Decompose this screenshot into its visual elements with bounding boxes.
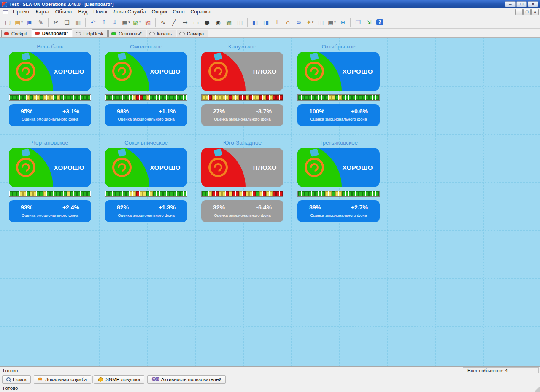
tab-cockpit[interactable]: Cockpit <box>1 30 31 37</box>
chart-view-button[interactable]: ▧▾ <box>132 17 142 27</box>
edit-button[interactable]: ✎ <box>35 17 46 27</box>
history-segment <box>157 191 159 196</box>
menu-bar: Проект Карта Объект Вид Поиск ЛокалСлужб… <box>0 8 540 16</box>
undo-button[interactable]: ↶ <box>88 17 98 27</box>
dashboard-widget[interactable]: Чертановское ХОРОШО 93%+2.4% Оценка эмоц… <box>9 138 91 222</box>
dashboard-widget[interactable]: Третьяковское ХОРОШО 89%+2.7% Оценка эмо… <box>297 138 380 222</box>
draw-ellipse-button[interactable]: ◉ <box>213 17 223 27</box>
history-segment <box>143 95 146 100</box>
save-button[interactable]: ▣ <box>24 17 35 27</box>
menu-item-help[interactable]: Справка <box>188 8 213 16</box>
undo-icon: ↶ <box>91 19 96 25</box>
minimize-button[interactable]: ─ <box>505 1 516 7</box>
tab-kazan[interactable]: Казань <box>147 30 176 37</box>
tab-osnovnaya[interactable]: Основная* <box>108 30 146 37</box>
mdi-restore-button[interactable]: ❐ <box>523 9 531 15</box>
tab-helpdesk[interactable]: HelpDesk <box>73 30 108 37</box>
paste-button[interactable]: ▥ <box>73 17 83 27</box>
objects-count-label: Всего объектов: 4 <box>463 367 539 373</box>
export-button[interactable]: ⇲ <box>364 17 374 27</box>
close-button[interactable]: ✕ <box>528 1 538 7</box>
draw-curve-button[interactable]: ∿ <box>158 17 168 27</box>
mdi-close-button[interactable]: ✕ <box>531 9 539 15</box>
metric-caption: Оценка эмоционального фона <box>297 213 380 217</box>
tab-status-icon <box>35 32 40 35</box>
menu-item-project[interactable]: Проект <box>10 8 33 16</box>
tab-dashboard[interactable]: Dashboard* <box>32 29 73 37</box>
dashboard-widget[interactable]: Весь банк ХОРОШО 95%+3.1% Оценка эмоцион… <box>9 42 91 126</box>
window-new-button[interactable]: ❒ <box>353 17 363 27</box>
link-button[interactable]: ∞ <box>294 17 304 27</box>
history-segment <box>30 95 33 100</box>
globe-button[interactable]: ⊕ <box>338 17 348 27</box>
text-tool-button[interactable]: I <box>272 17 282 27</box>
resize-grip[interactable] <box>535 387 540 392</box>
dashboard-widget[interactable]: Октябрьское ХОРОШО 100%+0.6% Оценка эмоц… <box>297 42 380 126</box>
status-label: ХОРОШО <box>343 164 373 171</box>
mdi-minimize-button[interactable]: ─ <box>515 9 523 15</box>
history-segment <box>119 95 122 100</box>
dashboard-widget[interactable]: Смоленское ХОРОШО 98%+1.1% Оценка эмоцио… <box>105 42 187 126</box>
insert-screen-button[interactable]: ◫ <box>235 17 245 27</box>
dashboard-widget[interactable]: Юго-Западное ПЛОХО 32%-6.4% Оценка эмоци… <box>201 138 284 222</box>
draw-arrow-icon: → <box>183 19 188 25</box>
home-button[interactable]: ⌂ <box>283 17 293 27</box>
menu-item-object[interactable]: Объект <box>52 8 76 16</box>
dashboard-widget[interactable]: Сокольническое ХОРОШО 82%+1.3% Оценка эм… <box>105 138 187 222</box>
maximize-button[interactable]: ❐ <box>516 1 527 7</box>
table-view-button[interactable]: ▦▾ <box>121 17 131 27</box>
delta-label: +2.7% <box>351 204 368 211</box>
grid-view-button[interactable]: ▦▾ <box>327 17 337 27</box>
menu-item-search[interactable]: Поиск <box>90 8 110 16</box>
history-segment <box>113 191 116 196</box>
toolbar-separator <box>85 18 86 27</box>
draw-circle-button[interactable]: ● <box>202 17 212 27</box>
history-segment <box>319 95 321 100</box>
delta-label: -6.4% <box>256 204 272 211</box>
tab-samara[interactable]: Самара <box>177 30 208 37</box>
menu-item-view[interactable]: Вид <box>76 8 91 16</box>
widget-title: Октябрьское <box>297 42 380 52</box>
move-up-button[interactable]: ↑ <box>99 17 109 27</box>
local-service-panel-button[interactable]: ✱ Локальная служба <box>34 375 91 384</box>
user-activity-panel-button[interactable]: ☻☻ Активность пользователей <box>147 375 226 384</box>
value-label: 27% <box>213 108 225 115</box>
bulb-icon <box>305 62 324 81</box>
menu-item-options[interactable]: Опции <box>148 8 170 16</box>
widget-title: Калужское <box>201 42 284 52</box>
menu-item-local-service[interactable]: ЛокалСлужба <box>111 8 149 16</box>
copy-button[interactable]: ❏ <box>62 17 72 27</box>
metric-panel: 82%+1.3% Оценка эмоционального фона <box>105 200 187 222</box>
help-icon: ? <box>376 19 383 25</box>
help-button[interactable]: ? <box>375 17 385 27</box>
history-segment <box>37 191 40 196</box>
dashboard-widget[interactable]: Калужское ПЛОХО 27%-8.7% Оценка эмоциона… <box>201 42 284 126</box>
search-panel-button[interactable]: Поиск <box>2 375 31 384</box>
layout-left-button[interactable]: ◧ <box>250 17 260 27</box>
history-segment <box>280 95 283 100</box>
layout-right-button[interactable]: ◨ <box>261 17 271 27</box>
menu-item-map[interactable]: Карта <box>33 8 52 16</box>
insert-image-button[interactable]: ▩ <box>224 17 234 27</box>
snmp-traps-panel-button[interactable]: SNMP ловушки <box>94 375 144 384</box>
draw-line-button[interactable]: ╱ <box>169 17 179 27</box>
history-segment <box>329 191 332 196</box>
monitor-button[interactable]: ◫ <box>316 17 326 27</box>
key-button[interactable]: ✦▾ <box>305 17 315 27</box>
draw-rect-button[interactable]: ▭ <box>191 17 201 27</box>
history-segment <box>256 95 259 100</box>
move-down-button[interactable]: ↓ <box>110 17 120 27</box>
history-segment <box>81 191 84 196</box>
history-segment <box>362 95 365 100</box>
cut-button[interactable]: ✂ <box>51 17 61 27</box>
report-view-button[interactable]: ▨ <box>143 17 153 27</box>
new-button[interactable]: ▢ <box>3 17 13 27</box>
dashboard-canvas[interactable]: Весь банк ХОРОШО 95%+3.1% Оценка эмоцион… <box>0 38 540 366</box>
draw-arrow-button[interactable]: → <box>180 17 190 27</box>
open-button[interactable]: ▤▾ <box>14 17 24 27</box>
mdi-child-icon[interactable] <box>3 10 8 14</box>
menu-item-window[interactable]: Окно <box>170 8 188 16</box>
history-segment <box>87 191 90 196</box>
history-segment <box>342 191 345 196</box>
history-segment <box>130 95 132 100</box>
